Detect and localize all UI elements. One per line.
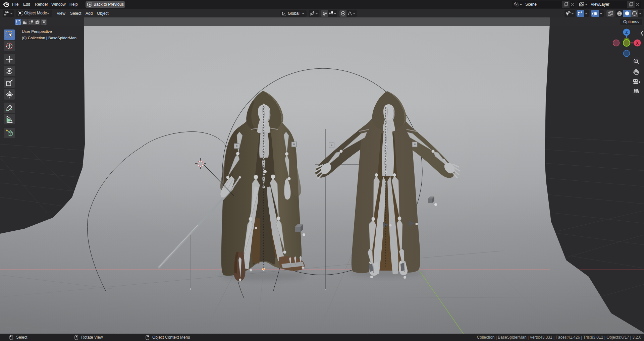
svg-text:X: X [636, 41, 639, 46]
svg-text:Z: Z [625, 30, 628, 35]
